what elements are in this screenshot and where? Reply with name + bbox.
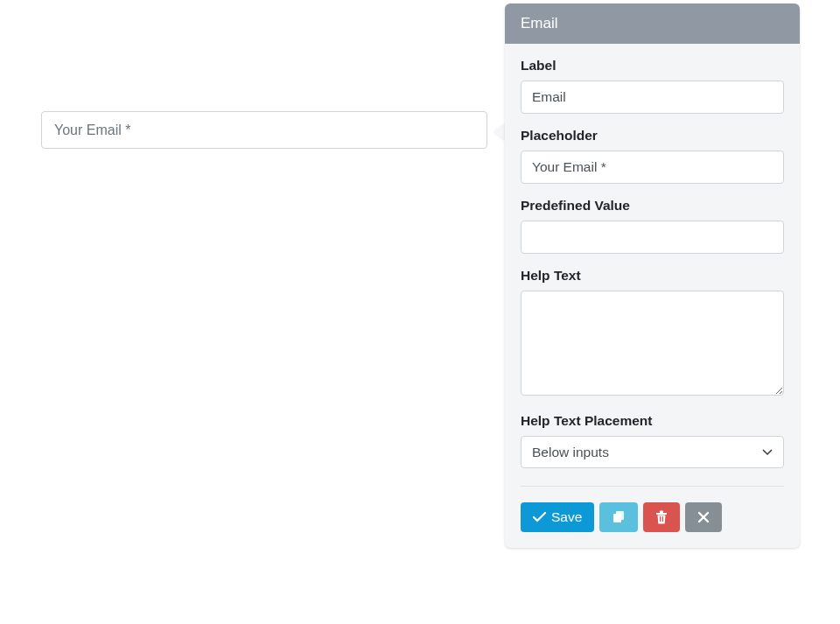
panel-title: Email	[505, 4, 800, 44]
label-placeholder: Placeholder	[521, 128, 784, 144]
group-helptext: Help Text	[521, 268, 784, 399]
svg-rect-1	[616, 511, 624, 520]
label-predefined: Predefined Value	[521, 198, 784, 214]
help-text-textarea[interactable]	[521, 291, 784, 396]
trash-icon	[655, 510, 668, 524]
group-placeholder: Placeholder	[521, 128, 784, 184]
group-helpplacement: Help Text Placement Below inputs	[521, 413, 784, 468]
label-label: Label	[521, 58, 784, 74]
panel-body: Label Placeholder Predefined Value Help …	[505, 44, 800, 548]
svg-rect-2	[656, 513, 667, 515]
save-button-label: Save	[551, 510, 582, 524]
email-preview-input[interactable]	[41, 111, 487, 149]
help-placement-select[interactable]: Below inputs	[521, 436, 784, 468]
copy-icon	[612, 510, 626, 524]
svg-rect-3	[660, 511, 663, 514]
svg-rect-5	[662, 516, 663, 522]
panel-pointer	[494, 123, 505, 141]
label-helpplacement: Help Text Placement	[521, 413, 784, 429]
placeholder-input[interactable]	[521, 151, 784, 184]
divider	[521, 486, 784, 487]
field-settings-panel: Email Label Placeholder Predefined Value…	[505, 4, 800, 548]
predefined-value-input[interactable]	[521, 221, 784, 254]
save-button[interactable]: Save	[521, 502, 594, 532]
check-icon	[533, 512, 546, 522]
button-row: Save	[521, 502, 784, 532]
delete-button[interactable]	[643, 502, 680, 532]
svg-rect-4	[660, 516, 661, 522]
label-helptext: Help Text	[521, 268, 784, 284]
group-label: Label	[521, 58, 784, 114]
close-icon	[697, 511, 710, 523]
duplicate-button[interactable]	[599, 502, 638, 532]
group-predefined: Predefined Value	[521, 198, 784, 254]
label-input[interactable]	[521, 81, 784, 114]
close-button[interactable]	[685, 502, 722, 532]
